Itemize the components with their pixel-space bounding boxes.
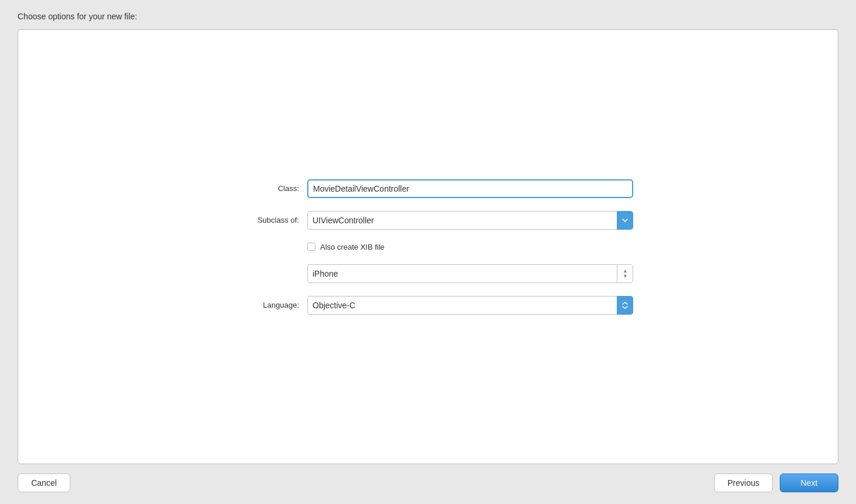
- device-select[interactable]: iPhone iPad Universal: [307, 264, 633, 283]
- subclass-wrapper: UIViewController UITableViewController U…: [307, 211, 633, 230]
- language-label: Language:: [223, 301, 299, 309]
- subclass-select[interactable]: UIViewController UITableViewController U…: [307, 211, 633, 230]
- next-button[interactable]: Next: [780, 474, 838, 492]
- footer-right-buttons: Previous Next: [714, 474, 838, 492]
- xib-checkbox-row: Also create XIB file: [307, 243, 633, 251]
- form-container: Class: Subclass of: UIViewController UIT…: [223, 179, 633, 315]
- xib-row: Also create XIB file: [223, 243, 633, 251]
- device-stepper-wrapper: iPhone iPad Universal ▲ ▼: [307, 264, 633, 283]
- language-row: Language: Objective-C Swift: [223, 296, 633, 315]
- xib-wrapper: Also create XIB file: [307, 243, 633, 251]
- subclass-row: Subclass of: UIViewController UITableVie…: [223, 211, 633, 230]
- language-select-wrapper: Objective-C Swift: [307, 296, 633, 315]
- class-label: Class:: [223, 184, 299, 193]
- previous-button[interactable]: Previous: [714, 474, 773, 492]
- class-input[interactable]: [307, 179, 633, 198]
- device-row: iPhone iPad Universal ▲ ▼: [223, 264, 633, 283]
- cancel-button[interactable]: Cancel: [18, 474, 70, 492]
- main-panel: Class: Subclass of: UIViewController UIT…: [18, 29, 838, 464]
- language-select[interactable]: Objective-C Swift: [307, 296, 633, 315]
- footer: Cancel Previous Next: [18, 474, 838, 492]
- subclass-label: Subclass of:: [223, 216, 299, 224]
- device-wrapper: iPhone iPad Universal ▲ ▼: [307, 264, 633, 283]
- subclass-select-wrapper: UIViewController UITableViewController U…: [307, 211, 633, 230]
- page-title: Choose options for your new file:: [18, 12, 137, 21]
- xib-checkbox-label: Also create XIB file: [320, 243, 385, 251]
- class-row: Class:: [223, 179, 633, 198]
- class-input-wrapper: [307, 179, 633, 198]
- xib-checkbox[interactable]: [307, 243, 315, 251]
- page-header: Choose options for your new file:: [18, 12, 838, 21]
- language-wrapper: Objective-C Swift: [307, 296, 633, 315]
